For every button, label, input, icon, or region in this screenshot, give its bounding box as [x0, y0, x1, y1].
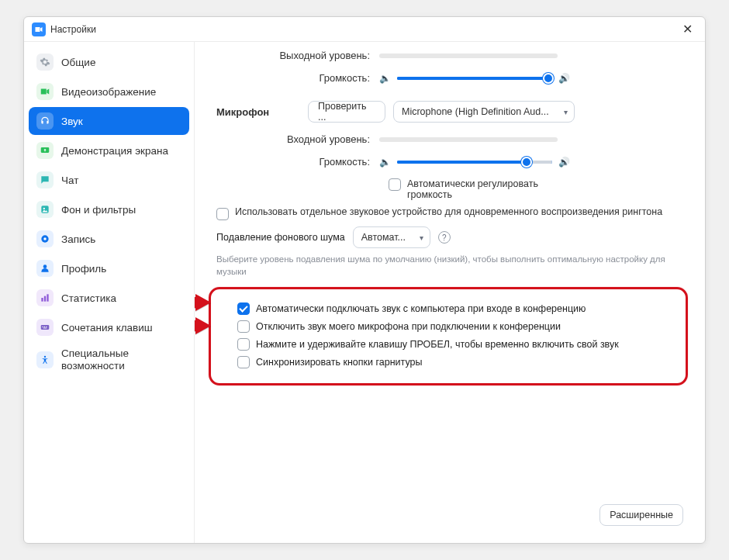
- speaker-volume-row: Громкость: 🔈 🔊: [216, 72, 683, 84]
- share-screen-icon: [36, 142, 54, 159]
- advanced-button[interactable]: Расширенные: [599, 504, 683, 526]
- gear-icon: [36, 54, 54, 71]
- option-label: Отключить звук моего микрофона при подкл…: [256, 321, 561, 332]
- svg-rect-10: [43, 327, 43, 327]
- input-level-label: Входной уровень:: [216, 133, 379, 145]
- profile-icon: [36, 260, 54, 277]
- input-level-row: Входной уровень:: [216, 133, 683, 145]
- chat-icon: [36, 171, 54, 188]
- sidebar-item-label: Чат: [61, 175, 78, 186]
- noise-label: Подавление фонового шума: [216, 232, 345, 243]
- settings-window: Настройки ✕ Общие Видеоизображение Зву: [23, 16, 706, 544]
- speaker-volume-label: Громкость:: [216, 72, 379, 84]
- microphone-section-row: Микрофон Проверить ... Microphone (High …: [216, 101, 683, 123]
- speaker-high-icon: 🔊: [558, 157, 570, 168]
- mic-volume-row: Громкость: 🔈 🔊: [216, 156, 683, 168]
- content-area: Выходной уровень: Громкость: 🔈 🔊 Микрофо…: [195, 42, 705, 543]
- svg-point-14: [44, 356, 46, 358]
- sidebar-item-label: Профиль: [61, 263, 106, 275]
- sidebar-item-profile[interactable]: Профиль: [29, 254, 189, 282]
- option-row: Автоматически подключать звук с компьюте…: [237, 302, 672, 315]
- speaker-high-icon: 🔊: [558, 73, 570, 84]
- noise-level-select[interactable]: Автомат... ▾: [353, 226, 430, 248]
- sidebar-item-chat[interactable]: Чат: [29, 166, 189, 194]
- sidebar-item-label: Статистика: [61, 292, 116, 304]
- chevron-down-icon: ▾: [564, 108, 568, 116]
- push-to-talk-checkbox[interactable]: [237, 338, 250, 351]
- svg-rect-12: [46, 327, 47, 327]
- svg-point-2: [43, 208, 45, 209]
- highlight-annotation: Автоматически подключать звук с компьюте…: [209, 287, 688, 385]
- svg-rect-13: [43, 328, 47, 329]
- sidebar-item-label: Демонстрация экрана: [61, 145, 168, 157]
- svg-rect-6: [41, 298, 43, 302]
- sidebar-item-recording[interactable]: Запись: [29, 225, 189, 253]
- mic-volume-slider[interactable]: [397, 161, 552, 164]
- statistics-icon: [36, 289, 54, 306]
- auto-adjust-label: Автоматически регулировать громкость: [407, 178, 562, 200]
- input-level-bar: [379, 137, 558, 142]
- output-level-label: Выходной уровень:: [216, 50, 379, 61]
- speaker-low-icon: 🔈: [379, 73, 391, 84]
- sync-headset-checkbox[interactable]: [237, 356, 250, 368]
- svg-point-4: [43, 237, 47, 240]
- test-mic-button[interactable]: Проверить ...: [308, 101, 385, 123]
- option-label: Автоматически подключать звук с компьюте…: [256, 303, 586, 314]
- background-icon: [36, 201, 54, 218]
- mic-volume-label: Громкость:: [216, 156, 379, 168]
- record-icon: [36, 230, 54, 247]
- sidebar-item-label: Фон и фильтры: [61, 204, 136, 216]
- speaker-volume-slider[interactable]: [397, 77, 552, 80]
- sidebar-item-share[interactable]: Демонстрация экрана: [29, 137, 189, 164]
- close-icon[interactable]: ✕: [678, 20, 697, 38]
- ringtone-row: Использовать отдельное звуковое устройст…: [216, 206, 683, 220]
- sidebar: Общие Видеоизображение Звук Демонстрация…: [24, 42, 195, 543]
- sidebar-item-statistics[interactable]: Статистика: [29, 284, 189, 312]
- option-label: Синхронизировать кнопки гарнитуры: [256, 357, 422, 368]
- sidebar-item-label: Общие: [61, 57, 95, 68]
- app-icon: [32, 22, 46, 36]
- noise-level-value: Автомат...: [361, 232, 406, 243]
- svg-rect-8: [47, 294, 48, 301]
- output-level-bar: [379, 54, 558, 58]
- accessibility-icon: [36, 351, 54, 368]
- mic-device-value: Microphone (High Definition Aud...: [402, 106, 549, 117]
- window-title: Настройки: [50, 24, 96, 35]
- option-label: Нажмите и удерживайте клавишу ПРОБЕЛ, чт…: [256, 339, 619, 350]
- microphone-section-label: Микрофон: [216, 106, 308, 118]
- sidebar-item-label: Запись: [61, 233, 95, 245]
- chevron-down-icon: ▾: [420, 233, 423, 242]
- ringtone-checkbox[interactable]: [216, 208, 229, 220]
- sidebar-item-label: Специальные возможности: [61, 347, 181, 372]
- video-icon: [36, 83, 54, 100]
- auto-join-audio-checkbox[interactable]: [237, 302, 250, 315]
- option-row: Отключить звук моего микрофона при подкл…: [237, 320, 672, 333]
- noise-hint: Выберите уровень подавления шума по умол…: [216, 253, 683, 278]
- sidebar-item-label: Сочетания клавиш: [61, 322, 153, 334]
- sidebar-item-accessibility[interactable]: Специальные возможности: [29, 343, 189, 377]
- speaker-low-icon: 🔈: [379, 157, 391, 168]
- auto-adjust-checkbox[interactable]: [389, 178, 401, 191]
- noise-suppression-row: Подавление фонового шума Автомат... ▾ ?: [216, 226, 683, 248]
- sidebar-item-label: Видеоизображение: [61, 86, 156, 98]
- mute-mic-on-join-checkbox[interactable]: [237, 320, 250, 333]
- sidebar-item-shortcuts[interactable]: Сочетания клавиш: [29, 313, 189, 341]
- output-level-row: Выходной уровень:: [216, 50, 683, 61]
- svg-rect-11: [44, 327, 45, 327]
- sidebar-item-video[interactable]: Видеоизображение: [29, 78, 189, 105]
- arrow-annotation-icon: [195, 317, 211, 337]
- auto-adjust-row: Автоматически регулировать громкость: [389, 178, 683, 200]
- keyboard-icon: [36, 319, 54, 336]
- sidebar-item-general[interactable]: Общие: [29, 48, 189, 76]
- help-icon[interactable]: ?: [438, 231, 451, 244]
- svg-point-5: [43, 264, 47, 268]
- ringtone-label: Использовать отдельное звуковое устройст…: [235, 206, 683, 217]
- option-row: Синхронизировать кнопки гарнитуры: [237, 356, 672, 368]
- sidebar-item-label: Звук: [61, 116, 83, 127]
- mic-device-select[interactable]: Microphone (High Definition Aud... ▾: [393, 101, 575, 123]
- sidebar-item-audio[interactable]: Звук: [29, 107, 189, 135]
- sidebar-item-background[interactable]: Фон и фильтры: [29, 195, 189, 223]
- titlebar: Настройки ✕: [24, 17, 705, 42]
- option-row: Нажмите и удерживайте клавишу ПРОБЕЛ, чт…: [237, 338, 672, 351]
- arrow-annotation-icon: [195, 294, 211, 313]
